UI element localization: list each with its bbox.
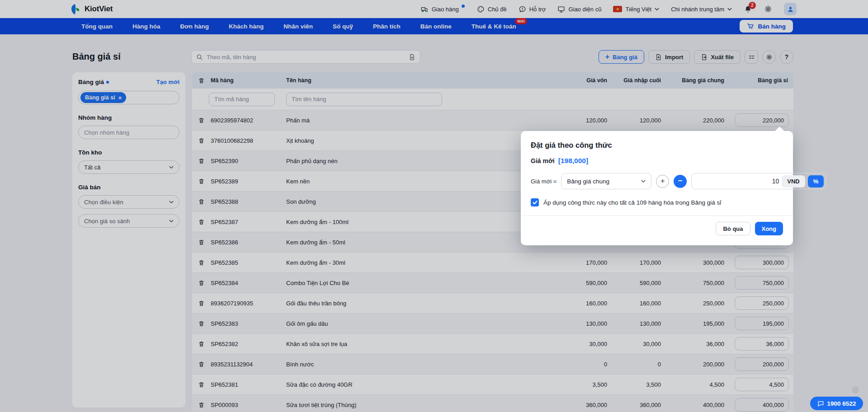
base-price-select[interactable]: Bảng giá chung xyxy=(561,173,651,189)
check-icon xyxy=(533,201,538,205)
hotline-chat-button[interactable]: 1900 6522 xyxy=(810,397,863,410)
skip-button[interactable]: Bỏ qua xyxy=(716,222,750,235)
apply-all-checkbox[interactable] xyxy=(531,198,539,206)
unit-vnd-toggle[interactable]: VND xyxy=(782,175,805,187)
base-price-value: Bảng giá chung xyxy=(567,178,609,185)
apply-all-text: Áp dụng công thức này cho tất cả 109 hàn… xyxy=(543,199,721,206)
new-price-label: Giá mới xyxy=(531,157,555,164)
modal-title: Đặt giá theo công thức xyxy=(531,141,783,150)
chevron-down-icon xyxy=(641,180,646,183)
new-price-line: Giá mới [198,000] xyxy=(531,157,783,165)
plus-operator-button[interactable]: + xyxy=(656,175,669,188)
chat-bubble-icon xyxy=(817,400,824,407)
amount-input[interactable] xyxy=(697,178,779,185)
new-price-value: [198,000] xyxy=(558,157,588,165)
unit-percent-toggle[interactable]: % xyxy=(808,175,824,187)
scroll-top-button[interactable] xyxy=(852,386,859,393)
price-formula-modal: Đặt giá theo công thức Giá mới [198,000]… xyxy=(521,131,793,245)
formula-label: Giá mới = xyxy=(531,178,557,185)
screen: KiotViet Giao hàng Chủ đề Hỗ trợ Giao di… xyxy=(0,0,868,412)
modal-footer: Bỏ qua Xong xyxy=(521,215,793,235)
formula-row: Giá mới = Bảng giá chung + − VND % xyxy=(531,173,783,189)
apply-all-row: Áp dụng công thức này cho tất cả 109 hàn… xyxy=(531,198,783,206)
done-button[interactable]: Xong xyxy=(755,222,783,235)
adjustment-amount-field: VND % xyxy=(691,173,826,189)
minus-operator-button[interactable]: − xyxy=(674,175,687,188)
hotline-number: 1900 6522 xyxy=(827,400,856,407)
